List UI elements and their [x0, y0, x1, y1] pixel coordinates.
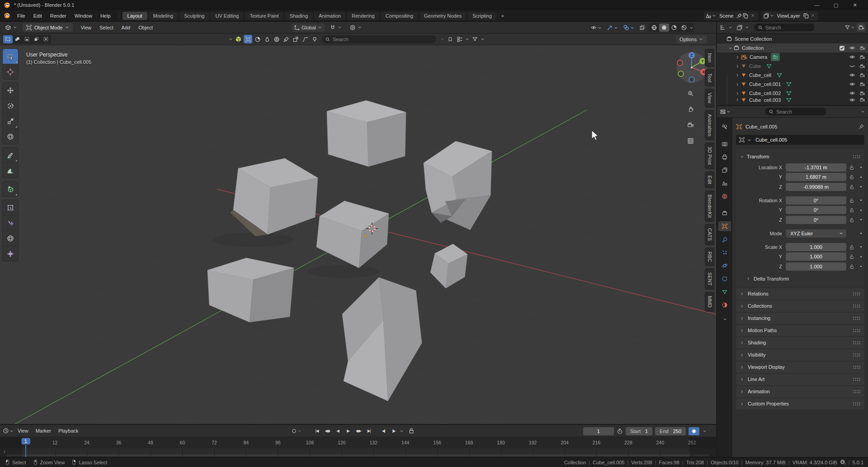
- camera-data-icon[interactable]: [771, 53, 780, 61]
- select-invert-button[interactable]: [32, 35, 41, 43]
- outliner-row[interactable]: Cube_cell.001: [717, 80, 868, 89]
- keying-set-dropdown[interactable]: [291, 428, 302, 434]
- new-scene-icon[interactable]: [742, 13, 749, 19]
- new-viewlayer-icon[interactable]: [803, 13, 809, 19]
- filter-icon[interactable]: [844, 24, 850, 30]
- camera-restrict-icon[interactable]: [859, 98, 865, 102]
- eye-open-icon[interactable]: [849, 81, 855, 87]
- chevron-down-icon[interactable]: [465, 37, 470, 42]
- value-field[interactable]: 1.6807 m: [786, 173, 846, 181]
- sidebar-tab[interactable]: SENT: [705, 268, 714, 290]
- collapsed-panel[interactable]: Animation: [736, 386, 864, 397]
- drag-handle[interactable]: [853, 292, 861, 295]
- drag-handle[interactable]: [853, 365, 861, 369]
- start-frame-field[interactable]: Start 1: [626, 427, 652, 435]
- lock-open-icon[interactable]: [846, 165, 857, 170]
- select-set-button[interactable]: [3, 35, 13, 43]
- animate-dot-icon[interactable]: [857, 231, 864, 235]
- animate-dot-icon[interactable]: [857, 264, 864, 268]
- play-button[interactable]: ▶: [343, 427, 353, 435]
- drag-handle[interactable]: [853, 390, 861, 393]
- tool-tweak-box-button[interactable]: [3, 200, 18, 215]
- value-field[interactable]: 0°: [786, 216, 846, 224]
- tab-output-tab[interactable]: [718, 152, 731, 162]
- animate-dot-icon[interactable]: [857, 255, 864, 259]
- close-button[interactable]: ✕: [845, 0, 864, 10]
- chevron-right-icon[interactable]: [734, 91, 741, 96]
- properties-editor-icon[interactable]: [720, 109, 726, 115]
- chevron-down-icon[interactable]: [702, 429, 707, 434]
- eye-closed-icon[interactable]: [849, 63, 855, 69]
- drag-handle[interactable]: [853, 353, 861, 357]
- menu-item[interactable]: Render: [46, 12, 71, 20]
- chevron-down-icon[interactable]: [228, 37, 233, 42]
- tool-transform-button[interactable]: [3, 129, 18, 144]
- camera-restrict-icon[interactable]: [859, 91, 865, 96]
- object-name[interactable]: Camera: [750, 54, 767, 60]
- chevron-right-icon[interactable]: [734, 64, 741, 69]
- filter-curve-button[interactable]: [301, 35, 309, 43]
- prev-frame-button[interactable]: ◀|: [378, 427, 388, 435]
- filter-lamp-button[interactable]: [310, 35, 319, 43]
- timeline-track[interactable]: [0, 448, 716, 457]
- lock-open-icon[interactable]: [846, 198, 857, 203]
- next-frame-button[interactable]: |▶: [389, 427, 399, 435]
- lock-icon[interactable]: [408, 428, 415, 434]
- object-name-field[interactable]: Cube_cell.005: [736, 135, 864, 145]
- lock-open-icon[interactable]: [846, 217, 857, 223]
- current-frame-field[interactable]: 1: [583, 427, 614, 435]
- sidebar-tab[interactable]: Animation: [705, 110, 714, 140]
- nav-button[interactable]: [685, 120, 695, 130]
- add-workspace-button[interactable]: +: [498, 12, 508, 19]
- drag-handle[interactable]: [853, 304, 861, 308]
- object-name[interactable]: Scene Collection: [735, 36, 772, 42]
- animate-dot-icon[interactable]: [857, 208, 864, 212]
- workspace-tab[interactable]: Rendering: [347, 12, 380, 20]
- chevron-down-icon[interactable]: [745, 25, 750, 30]
- drag-handle[interactable]: [853, 155, 861, 158]
- pin-icon[interactable]: [736, 13, 742, 19]
- object-name-value[interactable]: Cube_cell.005: [755, 137, 787, 143]
- filter-world-button[interactable]: [272, 35, 281, 43]
- viewlayer-selector[interactable]: ViewLayer ✕: [762, 11, 818, 20]
- tab-viewlayer-tab[interactable]: [718, 165, 731, 175]
- tab-scene-tab[interactable]: [718, 178, 731, 188]
- chevron-down-icon[interactable]: [850, 25, 855, 30]
- viewport-menu-item[interactable]: Select: [95, 24, 118, 32]
- nav-button[interactable]: [685, 104, 695, 114]
- mesh-data-icon[interactable]: [764, 62, 774, 70]
- options-dropdown[interactable]: Options: [676, 35, 707, 43]
- eye-open-icon[interactable]: [849, 54, 855, 60]
- chevron-right-icon[interactable]: [734, 98, 741, 102]
- new-collection-button[interactable]: [857, 23, 865, 32]
- mesh-data-icon[interactable]: [784, 80, 793, 88]
- scene-selector[interactable]: Scene ✕: [704, 11, 758, 20]
- properties-options-icon[interactable]: [860, 109, 865, 114]
- camera-restrict-icon[interactable]: [859, 81, 865, 87]
- tool-move-sel-button[interactable]: [3, 215, 18, 231]
- shading-solid-button[interactable]: [659, 24, 669, 32]
- tool-annotate-button[interactable]: [3, 148, 18, 163]
- animate-dot-icon[interactable]: [857, 175, 864, 179]
- chevron-right-icon[interactable]: [734, 82, 741, 87]
- animate-dot-icon[interactable]: [857, 185, 864, 189]
- jump-end-button[interactable]: ▶|: [364, 427, 374, 435]
- mode-dropdown[interactable]: Object Mode: [23, 23, 73, 32]
- viewport-menu-item[interactable]: View: [76, 24, 95, 32]
- transform-panel-header[interactable]: Transform: [736, 151, 864, 162]
- proportional-edit-toggle[interactable]: [347, 24, 364, 32]
- sidebar-tab[interactable]: Item: [705, 49, 714, 67]
- tab-data-tab[interactable]: [718, 287, 731, 297]
- drag-handle[interactable]: [853, 341, 861, 344]
- collapsed-panel[interactable]: Instancing: [736, 313, 864, 324]
- drag-handle[interactable]: [853, 316, 861, 320]
- tool-ring-button[interactable]: [3, 231, 18, 246]
- filter-archive-button[interactable]: [291, 35, 300, 43]
- tab-tool-tab[interactable]: [718, 122, 731, 132]
- tab-constraints-tab[interactable]: [718, 274, 731, 284]
- current-frame-badge[interactable]: 1: [21, 438, 30, 444]
- value-field[interactable]: 0°: [786, 206, 846, 214]
- workspace-tab[interactable]: Geometry Nodes: [419, 12, 467, 20]
- timeline-menu-item[interactable]: Marker: [32, 427, 55, 435]
- workspace-tab[interactable]: Compositing: [381, 12, 418, 20]
